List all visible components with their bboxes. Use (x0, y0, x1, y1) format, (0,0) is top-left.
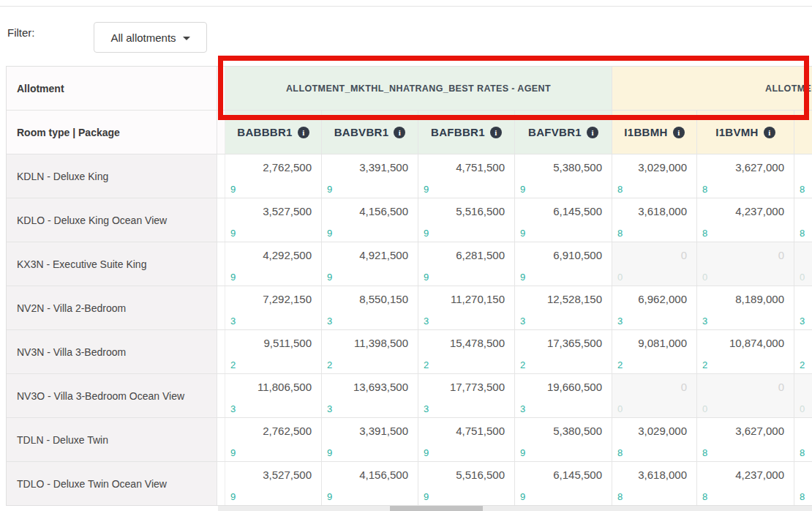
rate-cell-NV3N-I1BBMH[interactable]: 9,081,0002 (612, 330, 697, 373)
availability-count: 3 (617, 316, 623, 327)
rate-cell-TDLO-NEXT[interactable]: 8 (794, 462, 812, 505)
info-icon[interactable]: i (764, 127, 775, 138)
rate-cell-KX3N-NEXT: 0 (794, 242, 812, 286)
table-row: KDLO - Deluxe King Ocean View3,527,50094… (7, 198, 812, 242)
availability-count: 9 (424, 272, 429, 283)
column-code: I1BVMH (715, 126, 758, 138)
filter-dropdown-value: All allotments (110, 31, 176, 44)
rate-cell-NV2N-BABVBR1[interactable]: 8,550,1503 (322, 286, 418, 329)
rate-cell-NV3O-BABBBR1[interactable]: 11,806,5003 (225, 374, 322, 417)
rate-value: 11,270,150 (451, 293, 505, 305)
rate-cell-TDLN-NEXT[interactable]: 8 (794, 418, 812, 461)
availability-count: 8 (702, 228, 707, 239)
column-header-BABVBR1: BABVBR1i (322, 111, 418, 154)
rate-cell-TDLN-BABBBR1[interactable]: 2,762,5009 (225, 418, 322, 461)
rate-cell-KDLO-I1BBMH[interactable]: 3,618,0008 (612, 198, 697, 242)
rate-cell-NV2N-NEXT[interactable]: 3 (794, 286, 812, 329)
rate-cell-KDLO-NEXT[interactable]: 8 (794, 198, 812, 242)
horizontal-scrollbar[interactable] (218, 506, 812, 511)
rate-cell-TDLN-I1BVMH[interactable]: 3,627,0008 (697, 418, 794, 461)
rate-cell-NV2N-I1BVMH[interactable]: 8,189,0003 (697, 286, 794, 329)
rate-cell-KDLN-NEXT[interactable]: 8 (794, 154, 812, 198)
rate-cell-TDLO-BAFVBR1[interactable]: 6,145,5009 (515, 462, 612, 505)
info-icon[interactable]: i (394, 127, 405, 138)
rate-cell-TDLN-I1BBMH[interactable]: 3,029,0008 (612, 418, 697, 461)
rate-value: 4,237,000 (735, 469, 784, 481)
rate-cell-KDLO-BABVBR1[interactable]: 4,156,5009 (322, 198, 418, 242)
column-header-BABBBR1: BABBBR1i (225, 111, 322, 154)
rate-cell-NV2N-I1BBMH[interactable]: 6,962,0003 (612, 286, 697, 329)
rate-cell-TDLO-BABBBR1[interactable]: 3,527,5009 (225, 462, 322, 505)
scrollbar-thumb[interactable] (390, 506, 483, 511)
rate-cell-KDLN-I1BBMH[interactable]: 3,029,0008 (612, 154, 697, 198)
column-header-BAFVBR1: BAFVBR1i (515, 111, 612, 154)
rate-cell-TDLO-I1BBMH[interactable]: 3,618,0008 (612, 462, 697, 505)
column-code: BABBBR1 (237, 126, 292, 138)
rate-cell-NV3O-BABVBR1[interactable]: 13,693,5003 (322, 374, 418, 417)
rate-cell-KDLN-BAFVBR1[interactable]: 5,380,5009 (515, 154, 612, 198)
room-type-label-TDLN: TDLN - Deluxe Twin (7, 418, 217, 461)
rate-value: 11,806,500 (257, 381, 312, 393)
availability-count: 8 (800, 228, 805, 239)
rate-value: 0 (778, 249, 784, 261)
availability-count: 9 (327, 447, 332, 458)
rate-cell-TDLN-BAFBBR1[interactable]: 4,751,5009 (418, 418, 515, 461)
rate-cell-KDLN-I1BVMH[interactable]: 3,627,0008 (697, 154, 794, 198)
rate-cell-KX3N-BAFVBR1[interactable]: 6,910,5009 (515, 242, 612, 286)
rate-cell-NV2N-BAFVBR1[interactable]: 12,528,1503 (515, 286, 612, 329)
availability-count: 3 (702, 316, 707, 327)
rate-value: 3,527,500 (263, 469, 312, 481)
rate-value: 5,516,500 (456, 205, 505, 217)
rate-cell-NV3O-BAFVBR1[interactable]: 19,660,5003 (515, 374, 612, 417)
room-type-header-label: Room type | Package (17, 127, 120, 138)
rate-cell-KDLO-BAFVBR1[interactable]: 6,145,5009 (515, 198, 612, 242)
rate-cell-NV3N-BAFVBR1[interactable]: 17,365,5002 (515, 330, 612, 373)
info-icon[interactable]: i (298, 127, 309, 138)
availability-count: 3 (520, 316, 525, 327)
rate-cell-NV3N-I1BVMH[interactable]: 10,874,0002 (697, 330, 794, 373)
rate-cell-TDLN-BABVBR1[interactable]: 3,391,5009 (322, 418, 418, 461)
availability-count: 8 (800, 447, 805, 458)
rate-cell-KX3N-BABBBR1[interactable]: 4,292,5009 (225, 242, 322, 286)
rate-value: 3,391,500 (359, 161, 408, 174)
rate-cell-NV3N-BABBBR1[interactable]: 9,511,5002 (225, 330, 322, 373)
rate-cell-TDLO-BAFBBR1[interactable]: 5,516,5009 (418, 462, 515, 505)
rate-cell-NV2N-BABBBR1[interactable]: 7,292,1503 (225, 286, 322, 329)
rate-value: 6,910,500 (553, 249, 602, 261)
availability-count: 8 (800, 491, 805, 502)
rate-value: 2,762,500 (263, 161, 312, 174)
filter-label: Filter: (7, 26, 35, 39)
rate-cell-NV3N-NEXT[interactable]: 2 (794, 330, 812, 373)
availability-count: 0 (800, 403, 805, 414)
rate-cell-NV3N-BAFBBR1[interactable]: 15,478,5002 (418, 330, 515, 373)
rate-cell-NV3O-BAFBBR1[interactable]: 17,773,5003 (418, 374, 515, 417)
info-icon[interactable]: i (673, 127, 685, 138)
rate-cell-KDLO-BAFBBR1[interactable]: 5,516,5009 (418, 198, 515, 242)
frozen-column-spacer (217, 418, 225, 461)
allotment-filter-dropdown[interactable]: All allotments (94, 22, 207, 53)
rate-cell-NV3N-BABVBR1[interactable]: 11,398,5002 (322, 330, 418, 373)
frozen-column-spacer (217, 67, 225, 110)
availability-count: 2 (617, 359, 623, 370)
column-code: I1BBMH (624, 126, 667, 138)
rate-cell-NV2N-BAFBBR1[interactable]: 11,270,1503 (418, 286, 515, 329)
rate-value: 5,380,500 (553, 161, 602, 174)
info-icon[interactable]: i (490, 127, 502, 138)
availability-count: 0 (702, 272, 707, 283)
availability-count: 9 (230, 272, 236, 283)
rate-cell-TDLN-BAFVBR1[interactable]: 5,380,5009 (515, 418, 612, 461)
rate-cell-TDLO-I1BVMH[interactable]: 4,237,0008 (697, 462, 794, 505)
rate-cell-TDLO-BABVBR1[interactable]: 4,156,5009 (322, 462, 418, 505)
rate-cell-KX3N-BAFBBR1[interactable]: 6,281,5009 (418, 242, 515, 286)
rate-cell-KDLN-BAFBBR1[interactable]: 4,751,5009 (418, 154, 515, 198)
rate-cell-KDLO-I1BVMH[interactable]: 4,237,0008 (697, 198, 794, 242)
rate-value: 7,292,150 (263, 293, 312, 305)
rate-value: 6,962,000 (638, 293, 687, 305)
info-icon[interactable]: i (587, 127, 598, 138)
rate-cell-KDLN-BABBBR1[interactable]: 2,762,5009 (225, 154, 322, 198)
rate-cell-KDLN-BABVBR1[interactable]: 3,391,5009 (322, 154, 418, 198)
rate-value: 5,380,500 (553, 425, 602, 437)
rate-cell-KX3N-BABVBR1[interactable]: 4,921,5009 (322, 242, 418, 286)
column-header-partial (794, 111, 812, 154)
rate-cell-KDLO-BABBBR1[interactable]: 3,527,5009 (225, 198, 322, 242)
